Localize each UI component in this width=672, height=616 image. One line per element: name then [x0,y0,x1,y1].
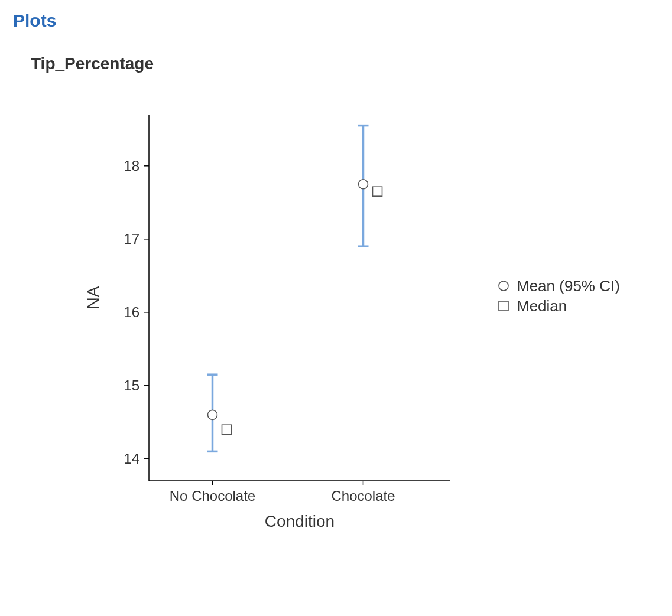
y-tick-label: 15 [124,377,139,393]
y-tick-label: 18 [124,158,139,174]
y-tick-label: 16 [124,304,139,320]
x-tick-label: No Chocolate [170,488,255,504]
chart-svg: 1415161718NANo ChocolateChocolateConditi… [13,85,651,558]
x-tick-label: Chocolate [331,488,395,504]
section-title: Plots [13,11,659,31]
median-point [222,425,232,434]
mean-point [208,410,217,419]
mean-point [359,180,368,189]
chart-title: Tip_Percentage [31,54,659,73]
page-root: Plots Tip_Percentage 1415161718NANo Choc… [0,0,672,616]
x-axis-label: Condition [265,512,335,530]
chart-area: 1415161718NANo ChocolateChocolateConditi… [13,85,651,558]
legend-median-label: Median [517,297,567,315]
y-tick-label: 17 [124,231,139,247]
y-tick-label: 14 [124,451,139,467]
legend-mean-label: Mean (95% CI) [517,277,620,295]
median-point [373,187,382,196]
legend-mean-icon [499,281,508,291]
legend-median-icon [499,301,508,311]
y-axis-label: NA [84,286,102,309]
